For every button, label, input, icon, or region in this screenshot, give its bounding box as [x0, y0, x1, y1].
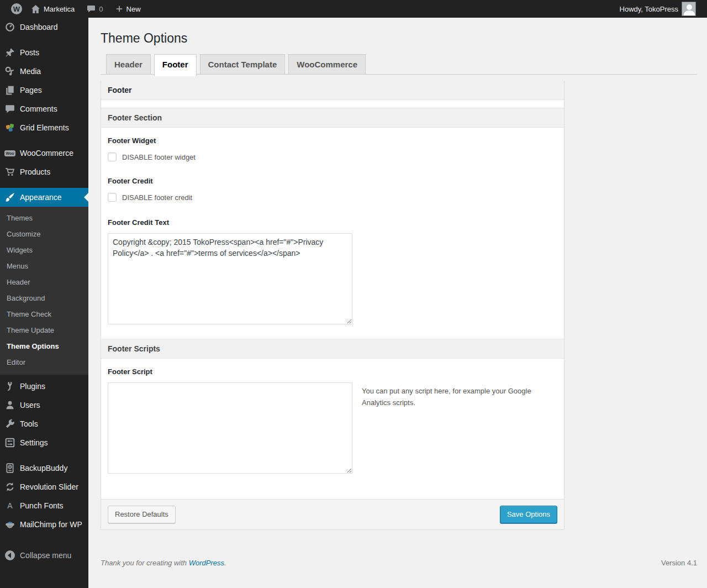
sidebar-item-label: Dashboard: [20, 23, 58, 32]
footer-script-label: Footer Script: [108, 368, 557, 376]
main-content: Theme Options Header Footer Contact Temp…: [88, 18, 707, 567]
submenu-item-editor[interactable]: Editor: [0, 354, 88, 370]
footer-script-textarea[interactable]: [108, 382, 352, 474]
submenu-item-theme-check[interactable]: Theme Check: [0, 306, 88, 322]
new-content-menu[interactable]: New: [111, 0, 145, 18]
sidebar-item-revolution-slider[interactable]: Revolution Slider: [0, 477, 88, 496]
footer-script-note: You can put any script here, for example…: [362, 386, 533, 409]
tab-footer[interactable]: Footer: [154, 54, 197, 76]
sidebar-item-comments[interactable]: Comments: [0, 99, 88, 118]
footer-widget-label: Footer Widget: [108, 136, 557, 145]
sidebar-item-pages[interactable]: Pages: [0, 81, 88, 99]
wp-logo-menu[interactable]: W: [7, 0, 27, 18]
save-options-button[interactable]: Save Options: [500, 506, 557, 523]
pages-icon: [4, 85, 15, 96]
sidebar-item-dashboard[interactable]: Dashboard: [0, 18, 88, 36]
submenu-item-theme-update[interactable]: Theme Update: [0, 322, 88, 338]
section-footer-title: Footer Section: [101, 108, 564, 128]
admin-footer: Thank you for creating with WordPress. V…: [101, 559, 697, 567]
backup-drive-icon: [4, 463, 15, 474]
wordpress-logo-icon: W: [11, 3, 22, 14]
sidebar-item-label: Settings: [20, 438, 48, 447]
sidebar-item-label: BackupBuddy: [20, 464, 67, 473]
user-icon: [4, 400, 15, 411]
sidebar-item-posts[interactable]: Posts: [0, 43, 88, 62]
monkey-icon: [4, 519, 15, 530]
woocommerce-icon: Woo: [4, 148, 15, 159]
comment-count: 0: [99, 5, 103, 13]
comment-icon: [4, 103, 15, 114]
wordpress-link[interactable]: WordPress: [189, 559, 224, 567]
sidebar-item-settings[interactable]: Settings: [0, 433, 88, 452]
refresh-arrows-icon: [4, 481, 15, 492]
appearance-submenu: Themes Customize Widgets Menus Header Ba…: [0, 207, 88, 375]
sidebar-item-punch-fonts[interactable]: A Punch Fonts: [0, 496, 88, 515]
collapse-menu-button[interactable]: Collapse menu: [0, 546, 88, 565]
sidebar-item-label: Tools: [20, 419, 38, 428]
sidebar-item-media[interactable]: Media: [0, 62, 88, 81]
comment-bubble-icon: [87, 4, 96, 13]
sidebar-item-backupbuddy[interactable]: BackupBuddy: [0, 459, 88, 477]
sidebar-item-label: Comments: [20, 104, 57, 113]
sidebar-item-products[interactable]: Products: [0, 162, 88, 181]
site-menu[interactable]: Marketica: [27, 0, 79, 18]
version-text: Version 4.1: [661, 559, 697, 567]
sidebar-item-label: Users: [20, 401, 40, 410]
submenu-item-themes[interactable]: Themes: [0, 210, 88, 226]
panel-title: Footer: [101, 81, 564, 100]
site-name: Marketica: [44, 5, 75, 13]
dashboard-icon: [4, 22, 15, 33]
submenu-item-widgets[interactable]: Widgets: [0, 242, 88, 258]
thanks-prefix: Thank you for creating with: [101, 559, 187, 567]
admin-bar: W Marketica 0 New Howdy, TokoPress: [0, 0, 707, 18]
comments-menu[interactable]: 0: [82, 0, 107, 18]
footer-credit-text-label: Footer Credit Text: [108, 218, 557, 227]
sidebar-item-label: Grid Elements: [20, 123, 69, 132]
footer-credit-textarea[interactable]: Copyright &copy; 2015 TokoPress<span><a …: [108, 233, 352, 324]
tab-header[interactable]: Header: [106, 54, 151, 74]
disable-footer-widget-checkbox[interactable]: [108, 153, 117, 161]
sidebar-item-appearance[interactable]: Appearance: [0, 188, 88, 207]
home-icon: [31, 4, 40, 14]
footer-thanks-text: Thank you for creating with WordPress.: [101, 559, 226, 567]
account-menu[interactable]: Howdy, TokoPress: [615, 0, 700, 18]
pushpin-icon: [4, 47, 15, 58]
sidebar-item-grid-elements[interactable]: Grid Elements: [0, 118, 88, 137]
settings-icon: [4, 437, 15, 448]
admin-sidebar: Dashboard Posts Media Pages Comments Gri…: [0, 18, 88, 588]
sidebar-item-tools[interactable]: Tools: [0, 414, 88, 433]
collapse-menu-label: Collapse menu: [20, 551, 71, 560]
tab-woocommerce[interactable]: WooCommerce: [288, 54, 366, 74]
sidebar-item-label: MailChimp for WP: [20, 520, 82, 529]
sidebar-item-label: Punch Fonts: [20, 501, 64, 510]
sidebar-item-label: Products: [20, 167, 50, 176]
submenu-item-customize[interactable]: Customize: [0, 226, 88, 242]
section-scripts-title: Footer Scripts: [101, 339, 564, 359]
panel-submit-bar: Restore Defaults Save Options: [101, 499, 564, 529]
submenu-item-header[interactable]: Header: [0, 274, 88, 290]
plus-icon: [115, 5, 123, 13]
footer-section-body: Footer Widget DISABLE footer widget Foot…: [101, 128, 564, 339]
submenu-item-menus[interactable]: Menus: [0, 258, 88, 274]
submenu-item-background[interactable]: Background: [0, 290, 88, 306]
disable-footer-credit-text: DISABLE footer credit: [122, 193, 192, 202]
sidebar-item-label: Posts: [20, 48, 39, 57]
restore-defaults-button[interactable]: Restore Defaults: [108, 506, 176, 523]
sidebar-item-label: Pages: [20, 86, 42, 95]
sidebar-item-mailchimp[interactable]: MailChimp for WP: [0, 515, 88, 534]
theme-options-panel: Footer Footer Section Footer Widget DISA…: [101, 81, 564, 530]
submenu-item-theme-options[interactable]: Theme Options: [0, 338, 88, 354]
collapse-arrow-icon: [4, 550, 15, 561]
sidebar-item-label: Revolution Slider: [20, 482, 78, 491]
letter-a-icon: A: [4, 500, 15, 511]
disable-footer-credit-checkbox[interactable]: [108, 193, 117, 202]
panel-divider: [101, 100, 564, 108]
tab-contact-template[interactable]: Contact Template: [200, 54, 286, 74]
sidebar-item-plugins[interactable]: Plugins: [0, 377, 88, 396]
cart-icon: [4, 166, 15, 177]
media-icon: [4, 66, 15, 77]
new-label: New: [126, 5, 141, 13]
sidebar-item-woocommerce[interactable]: Woo WooCommerce: [0, 144, 88, 162]
sidebar-item-users[interactable]: Users: [0, 396, 88, 414]
thanks-period: .: [224, 559, 226, 567]
